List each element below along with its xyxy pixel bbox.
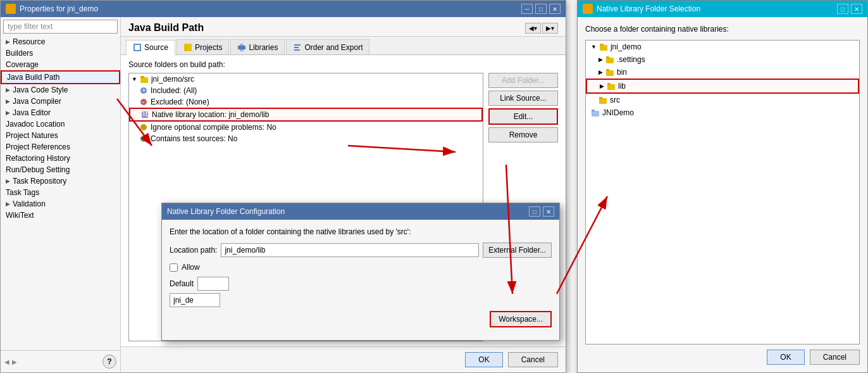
minimize-button[interactable]: ─ [521,4,533,14]
sidebar-label: Coverage [6,60,39,69]
sidebar-item-refactoring-history[interactable]: Refactoring History [1,153,120,164]
config-close-button[interactable]: ✕ [543,206,554,217]
help-button[interactable]: ? [102,355,116,369]
folder-selection-window: Native Library Folder Selection □ ✕ Choo… [577,0,868,373]
expand-icon: ▼ [591,44,597,50]
sidebar-item-java-compiler[interactable]: ▶ Java Compiler [1,96,120,107]
checkbox-row: Allow [170,263,552,272]
svg-rect-29 [592,110,595,111]
tree-item-label: Ignore optional compile problems: No [151,123,276,132]
tree-item-included[interactable]: + Included: (All) [129,85,483,96]
external-folder-button[interactable]: External Folder... [483,243,552,258]
sidebar-label: Java Build Path [7,73,59,82]
source-folder-icon [140,75,149,84]
sidebar-label: Java Editor [13,108,51,117]
native-library-icon: lib [140,110,149,119]
workspace-button[interactable]: Workspace... [490,311,552,327]
folder-tree-src[interactable]: src [586,94,859,106]
svg-rect-8 [140,77,148,83]
tab-order-export[interactable]: Order and Export [286,39,369,54]
sidebar-label: Run/Debug Setting [6,165,70,174]
sidebar-item-project-natures[interactable]: Project Natures [1,130,120,141]
sidebar-item-builders[interactable]: Builders [1,47,120,59]
folder-tree-label: src [610,96,620,104]
sidebar-item-project-references[interactable]: Project References [1,141,120,153]
sidebar-item-task-tags[interactable]: Task Tags [1,187,120,198]
svg-rect-2 [184,44,192,51]
default-input[interactable] [197,277,229,291]
folder-close-button[interactable]: ✕ [851,4,862,14]
folder-tree-bin[interactable]: ▶ bin [586,66,859,79]
sidebar-item-coverage[interactable]: Coverage [1,59,120,70]
config-titlebar-left: Native Library Folder Configuration [167,207,285,216]
tree-item-native-library[interactable]: lib Native library location: jni_demo/li… [129,108,483,122]
add-folder-button[interactable]: Add Folder... [488,73,558,88]
sidebar-item-task-repository[interactable]: ▶ Task Repository [1,175,120,187]
folder-tree-label: lib [618,82,626,91]
svg-rect-21 [606,56,609,58]
source-tab-icon [133,43,142,52]
folder-cancel-button[interactable]: Cancel [810,350,860,365]
folder-tree-jnidemo[interactable]: JNIDemo [586,106,859,119]
sidebar-item-wikitext[interactable]: WikiText [1,210,120,221]
folder-tree-settings[interactable]: ▶ .settings [586,53,859,66]
sidebar-item-java-build-path[interactable]: Java Build Path [1,70,120,84]
sidebar-item-java-code-style[interactable]: ▶ Java Code Style [1,84,120,96]
tree-item-label: Native library location: jni_demo/lib [152,110,269,119]
sidebar-label: Task Repository [13,177,66,186]
svg-point-16 [140,124,147,130]
config-minimize-button[interactable]: □ [529,206,540,217]
sidebar-label: Java Code Style [13,85,68,94]
tree-item-ignore-optional[interactable]: Ignore optional compile problems: No [129,122,483,133]
tree-item-label: jni_demo/src [151,75,194,84]
sidebar-label: WikiText [6,211,34,220]
folder-tree-jni-demo[interactable]: ▼ jni_demo [586,41,859,53]
tab-projects[interactable]: Projects [177,39,229,54]
forward-arrow-button[interactable]: ▶▾ [542,23,558,34]
folder-tree-label: .settings [617,55,645,64]
tab-label: Projects [195,43,222,52]
properties-title: Properties for jni_demo [20,4,98,13]
back-arrow-button[interactable]: ◀▾ [525,23,541,34]
sidebar-item-run-debug[interactable]: Run/Debug Setting [1,164,120,175]
location-input[interactable] [221,243,479,257]
svg-rect-5 [294,44,301,46]
folder-title-left: Native Library Folder Selection [583,4,700,14]
expand-icon: ▶ [6,110,10,116]
svg-rect-22 [606,70,614,76]
projects-tab-icon [183,43,192,52]
sidebar-item-javadoc-location[interactable]: Javadoc Location [1,118,120,130]
edit-button[interactable]: Edit... [488,108,558,125]
svg-text:lib: lib [142,110,149,118]
folder-content: Choose a folder containing native librar… [578,17,867,372]
close-button[interactable]: ✕ [549,4,561,14]
link-source-button[interactable]: Link Source... [488,91,558,106]
tree-item-src[interactable]: ▼ jni_demo/src [129,73,483,85]
folder-minimize-button[interactable]: □ [837,4,848,14]
svg-rect-4 [240,44,244,51]
cancel-button[interactable]: Cancel [508,352,558,367]
folder-ok-button[interactable]: OK [767,350,804,365]
maximize-button[interactable]: □ [535,4,547,14]
folder-icon [605,68,614,77]
sidebar-item-validation[interactable]: ▶ Validation [1,198,120,210]
ok-button[interactable]: OK [465,352,502,367]
sidebar-label: Resource [13,37,45,46]
tree-item-test-sources[interactable]: Contains test sources: No [129,133,483,144]
sidebar-label: Project References [6,142,70,151]
filter-input[interactable] [3,20,118,34]
folder-tree-lib[interactable]: ▶ lib [586,79,859,94]
sidebar-item-java-editor[interactable]: ▶ Java Editor [1,107,120,118]
tree-item-excluded[interactable]: - Excluded: (None) [129,96,483,108]
tab-libraries[interactable]: Libraries [230,39,285,54]
tab-source[interactable]: Source [126,40,175,55]
jni-demo-input[interactable] [170,293,220,307]
allow-checkbox[interactable] [170,263,178,272]
remove-button[interactable]: Remove [488,127,558,142]
sidebar-item-resource[interactable]: ▶ Resource [1,36,120,47]
svg-rect-18 [600,45,607,51]
expand-icon: ▶ [598,56,603,63]
expand-icon: ▶ [598,69,603,75]
folder-tree[interactable]: ▼ jni_demo ▶ .settings ▶ bin ▶ lib [585,40,860,345]
folder-desc: Choose a folder containing native librar… [585,25,860,34]
